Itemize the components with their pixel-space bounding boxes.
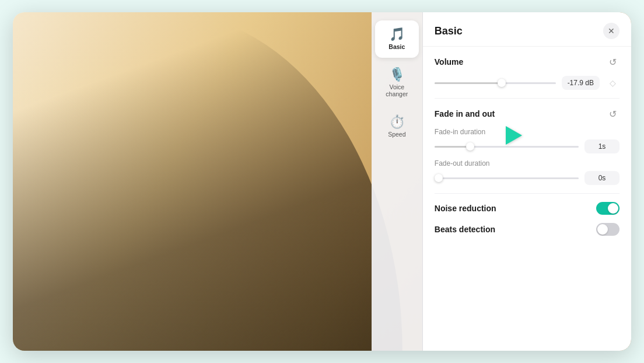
divider-2	[435, 193, 620, 194]
fade-out-label: Fade-out duration	[435, 159, 620, 167]
volume-value: -17.9 dB	[562, 76, 600, 90]
fade-reset-icon: ↺	[609, 109, 617, 120]
main-container: 🎵 Basic 🎙️ Voicechanger ⏱️ Speed Basic ✕	[13, 12, 631, 351]
fade-reset-button[interactable]: ↺	[606, 107, 620, 121]
beats-detection-toggle[interactable]	[596, 223, 620, 236]
fade-in-control-row: 1s	[435, 139, 620, 153]
noise-reduction-title: Noise reduction	[435, 204, 496, 213]
panel-title: Basic	[435, 25, 463, 37]
beats-detection-toggle-knob	[597, 224, 608, 235]
main-panel: Basic ✕ Volume ↺	[423, 12, 631, 351]
fade-out-control-row: 0s	[435, 171, 620, 185]
fade-section: Fade in and out ↺ Fade-in duration	[435, 107, 620, 185]
sidebar: 🎵 Basic 🎙️ Voicechanger ⏱️ Speed	[372, 12, 423, 351]
close-button[interactable]: ✕	[603, 23, 620, 39]
divider-1	[435, 98, 620, 99]
fade-out-slider[interactable]	[435, 172, 579, 184]
panel-content: Volume ↺ -17.9 dB	[423, 47, 631, 351]
volume-control-row: -17.9 dB ◇	[435, 76, 620, 90]
volume-slider[interactable]	[435, 77, 556, 89]
beats-detection-title: Beats detection	[435, 225, 495, 234]
speed-icon: ⏱️	[389, 116, 405, 128]
volume-reset-button[interactable]: ↺	[606, 55, 620, 69]
fade-out-track	[435, 177, 579, 179]
volume-section-header: Volume ↺	[435, 55, 620, 69]
sidebar-voice-label: Voicechanger	[386, 83, 408, 97]
volume-slider-track	[435, 82, 556, 84]
sidebar-basic-label: Basic	[388, 43, 405, 50]
fade-in-label: Fade-in duration	[435, 128, 620, 136]
volume-section: Volume ↺ -17.9 dB	[435, 55, 620, 90]
voice-changer-icon: 🎙️	[389, 68, 405, 81]
volume-title: Volume	[435, 57, 464, 67]
sidebar-item-basic[interactable]: 🎵 Basic	[375, 20, 419, 58]
panel-header: Basic ✕	[423, 12, 631, 47]
sidebar-item-voice-changer[interactable]: 🎙️ Voicechanger	[375, 62, 419, 103]
fade-in-track	[435, 146, 579, 148]
fade-in-value: 1s	[584, 139, 620, 153]
fade-out-value: 0s	[584, 171, 620, 185]
noise-reduction-toggle-knob	[608, 203, 618, 214]
noise-reduction-toggle[interactable]	[596, 202, 620, 215]
diamond-icon: ◇	[610, 78, 616, 88]
fade-in-thumb[interactable]	[466, 142, 474, 151]
volume-slider-fill	[435, 82, 501, 84]
sidebar-item-speed[interactable]: ⏱️ Speed	[375, 108, 419, 145]
fade-in-fill	[435, 146, 471, 148]
fade-section-header: Fade in and out ↺	[435, 107, 620, 121]
fade-out-thumb[interactable]	[435, 174, 443, 182]
cursor-arrow	[506, 126, 522, 145]
reset-icon: ↺	[609, 57, 617, 68]
volume-diamond-button[interactable]: ◇	[606, 76, 620, 90]
beats-detection-row: Beats detection	[435, 223, 620, 236]
sidebar-speed-label: Speed	[388, 131, 405, 138]
music-icon: 🎵	[389, 28, 405, 41]
noise-reduction-row: Noise reduction	[435, 202, 620, 215]
fade-title: Fade in and out	[435, 109, 495, 118]
close-icon: ✕	[608, 26, 615, 36]
right-panel: 🎵 Basic 🎙️ Voicechanger ⏱️ Speed Basic ✕	[372, 12, 631, 351]
volume-slider-thumb[interactable]	[498, 79, 506, 87]
